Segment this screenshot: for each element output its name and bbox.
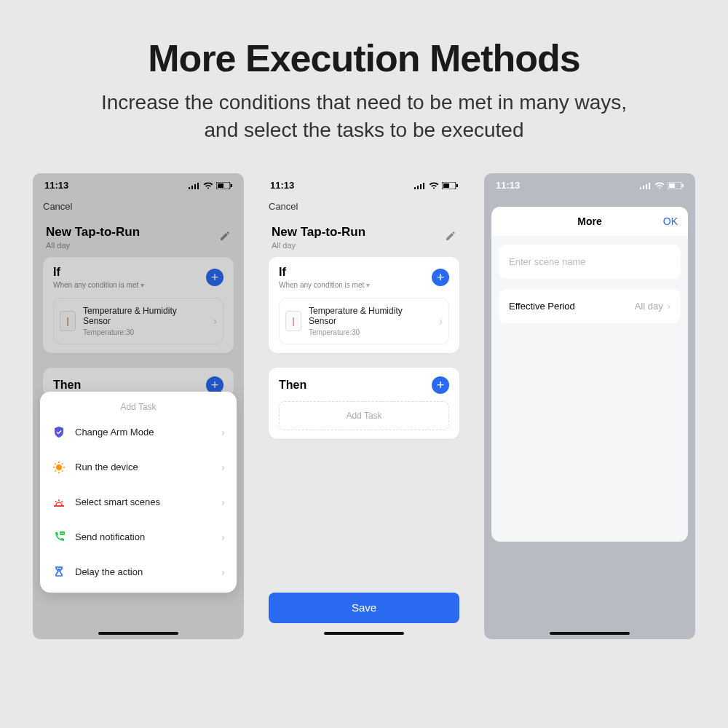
- chevron-right-icon: ›: [221, 496, 225, 508]
- svg-rect-32: [646, 184, 647, 189]
- edit-icon[interactable]: [445, 230, 456, 245]
- task-select-scenes[interactable]: Select smart scenes ›: [40, 485, 237, 520]
- phone-1: 11:13 Cancel New Tap-to-Run All day If W…: [33, 173, 244, 639]
- task-label: Run the device: [75, 462, 213, 472]
- add-task-sheet: Add Task Change Arm Mode › Run the devic…: [40, 392, 237, 593]
- add-task-placeholder[interactable]: Add Task: [279, 401, 449, 430]
- clock: 11:13: [496, 180, 520, 191]
- home-indicator: [324, 632, 404, 635]
- task-run-device[interactable]: Run the device ›: [40, 450, 237, 485]
- wifi-icon: [429, 182, 439, 189]
- sun-icon: [52, 460, 66, 475]
- clock: 11:13: [270, 180, 294, 191]
- task-label: Change Arm Mode: [75, 427, 213, 438]
- chevron-right-icon: ›: [439, 315, 443, 327]
- svg-rect-31: [643, 186, 644, 189]
- svg-line-14: [55, 470, 57, 472]
- hero: More Execution Methods Increase the cond…: [0, 0, 728, 144]
- then-card: Then + Add Task: [269, 368, 459, 439]
- phone-3: 11:13 More OK Enter scene name Effective…: [484, 173, 695, 639]
- hourglass-icon: [52, 565, 66, 579]
- sensor-name: Temperature & Humidity Sensor: [309, 306, 432, 326]
- chevron-right-icon: ›: [668, 301, 670, 312]
- if-condition[interactable]: When any condition is met: [279, 281, 364, 289]
- add-task-button[interactable]: +: [432, 376, 449, 394]
- scene-name-input[interactable]: Enter scene name: [499, 245, 681, 279]
- svg-point-21: [62, 532, 63, 533]
- effective-value: All day: [635, 301, 663, 312]
- hero-title: More Execution Methods: [0, 36, 728, 80]
- svg-rect-28: [443, 183, 449, 188]
- svg-rect-24: [417, 186, 419, 189]
- svg-line-13: [62, 470, 63, 472]
- task-send-notification[interactable]: Send notification ›: [40, 520, 237, 555]
- svg-line-17: [55, 501, 57, 502]
- status-bar: 11:13: [258, 173, 470, 198]
- cancel-button[interactable]: Cancel: [258, 198, 470, 219]
- page-subtitle: All day: [272, 241, 365, 250]
- more-title: More: [577, 215, 601, 227]
- task-change-arm-mode[interactable]: Change Arm Mode ›: [40, 415, 237, 450]
- task-label: Select smart scenes: [75, 496, 213, 507]
- task-delay-action[interactable]: Delay the action ›: [40, 555, 237, 590]
- phones-row: 11:13 Cancel New Tap-to-Run All day If W…: [0, 173, 728, 639]
- svg-point-20: [60, 532, 61, 533]
- svg-line-12: [55, 463, 57, 464]
- more-panel: More OK Enter scene name Effective Perio…: [491, 207, 688, 542]
- save-button[interactable]: Save: [269, 593, 459, 623]
- svg-rect-29: [456, 184, 458, 187]
- svg-rect-33: [649, 183, 650, 189]
- task-label: Send notification: [75, 531, 213, 542]
- svg-point-7: [56, 464, 62, 470]
- svg-rect-30: [640, 187, 641, 189]
- svg-rect-35: [669, 183, 675, 188]
- battery-icon: [442, 182, 458, 189]
- effective-label: Effective Period: [509, 301, 575, 312]
- status-bar: 11:13: [484, 173, 695, 198]
- phone-message-icon: [52, 530, 66, 545]
- add-condition-button[interactable]: +: [432, 269, 449, 286]
- if-card: If When any condition is met ▾ + | Tempe…: [269, 257, 459, 353]
- page-title: New Tap-to-Run: [272, 225, 365, 240]
- chevron-right-icon: ›: [221, 566, 225, 578]
- svg-point-22: [63, 532, 63, 533]
- home-indicator: [550, 632, 630, 635]
- condition-row[interactable]: | Temperature & Humidity Sensor Temperat…: [279, 298, 449, 344]
- svg-rect-36: [682, 184, 684, 187]
- task-label: Delay the action: [75, 566, 213, 577]
- status-icons: [640, 182, 684, 189]
- svg-line-18: [62, 501, 63, 502]
- scene-icon: [52, 495, 66, 510]
- shield-icon: [52, 425, 66, 440]
- if-label: If: [279, 266, 370, 279]
- home-indicator: [98, 632, 178, 635]
- cellular-icon: [640, 182, 652, 189]
- status-icons: [414, 182, 458, 189]
- svg-rect-25: [420, 184, 422, 189]
- chevron-right-icon: ›: [221, 462, 225, 473]
- effective-period-row[interactable]: Effective Period All day ›: [499, 289, 681, 323]
- chevron-right-icon: ›: [221, 427, 225, 438]
- wifi-icon: [654, 182, 665, 189]
- ok-button[interactable]: OK: [663, 215, 678, 227]
- battery-icon: [668, 182, 684, 189]
- sensor-value: Temperature:30: [309, 328, 432, 336]
- then-label: Then: [279, 379, 306, 392]
- chevron-right-icon: ›: [221, 531, 225, 543]
- svg-rect-26: [423, 183, 424, 189]
- sheet-title: Add Task: [40, 396, 237, 415]
- svg-rect-23: [414, 187, 416, 189]
- thermometer-icon: |: [285, 311, 301, 331]
- svg-line-15: [62, 463, 63, 464]
- phone-2: 11:13 Cancel New Tap-to-Run All day If W…: [258, 173, 470, 639]
- hero-subtitle: Increase the conditions that need to be …: [0, 89, 728, 144]
- cellular-icon: [414, 182, 426, 189]
